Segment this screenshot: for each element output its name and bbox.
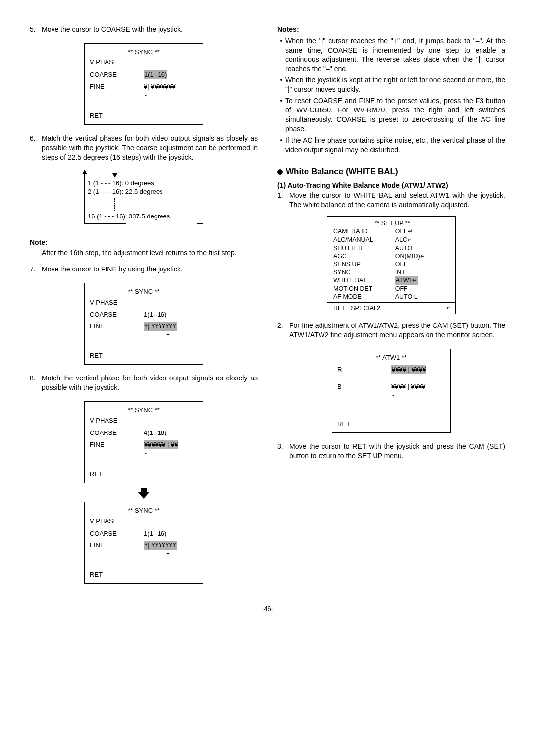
step-number: 7. bbox=[30, 265, 42, 274]
setup-value: OFF bbox=[395, 228, 408, 235]
setup-label: SENS UP bbox=[333, 260, 395, 268]
setup-label: SYNC bbox=[333, 269, 395, 276]
setup-value: INT bbox=[395, 269, 451, 276]
right-column: Notes: •When the "|" cursor reaches the … bbox=[277, 25, 505, 593]
atw1-menu-box: ** ATW1 ** R ¥¥¥¥ | ¥¥¥¥ - + B ¥¥¥¥ | ¥¥… bbox=[332, 349, 451, 433]
page-columns: 5. Move the cursor to COARSE with the jo… bbox=[30, 25, 505, 593]
note-body: After the 16th step, the adjustment leve… bbox=[30, 248, 258, 258]
step-number: 8. bbox=[30, 374, 42, 392]
setup-value: ALC bbox=[395, 236, 407, 243]
setup-label: MOTION DET bbox=[333, 285, 395, 293]
step-text: Match the vertical phases for both video… bbox=[42, 134, 258, 162]
minus-sign: - bbox=[145, 91, 147, 100]
coarse-value: 4(1--16) bbox=[144, 429, 198, 437]
setup-label: WHITE BAL bbox=[333, 276, 395, 285]
plus-sign: + bbox=[414, 391, 418, 400]
atw-b-label: B bbox=[337, 382, 391, 400]
fine-bar-hl: ¥| ¥¥¥¥¥¥¥ bbox=[144, 322, 177, 331]
atw-title: ** ATW1 ** bbox=[337, 353, 445, 362]
fine-label: FINE bbox=[90, 82, 144, 100]
step-text: Move the cursor to RET with the joystick… bbox=[289, 442, 505, 461]
setup-label: CAMERA ID bbox=[333, 227, 395, 236]
wb-step-1: 1. Move the cursor to WHITE BAL and sele… bbox=[277, 191, 505, 210]
setup-ret: RET bbox=[333, 305, 346, 312]
arrow-up-icon bbox=[82, 170, 87, 174]
plus-sign: + bbox=[166, 449, 170, 458]
minus-sign: - bbox=[145, 331, 147, 339]
sync-title: ** SYNC ** bbox=[90, 406, 198, 415]
atw-ret: RET bbox=[337, 420, 350, 429]
step-text: For fine adjustment of ATW1/ATW2, press … bbox=[289, 321, 505, 340]
setup-title: ** SET UP ** bbox=[333, 219, 451, 227]
fine-bar-hl: ¥¥¥¥¥¥ | ¥¥ bbox=[144, 440, 178, 449]
coarse-label: COARSE bbox=[90, 70, 144, 79]
arrow-down-icon bbox=[112, 173, 117, 178]
coarse-value: 1(1--16) bbox=[144, 310, 198, 319]
step-text: Move the cursor to COARSE with the joyst… bbox=[42, 25, 258, 34]
ret-label: RET bbox=[90, 111, 103, 120]
setup-value-hl: ATW1 bbox=[396, 277, 413, 284]
diagram-line-3: 16 (1 - - - 16): 337.5 degrees bbox=[88, 212, 203, 221]
step-number: 2. bbox=[277, 321, 289, 340]
coarse-label: COARSE bbox=[90, 310, 144, 319]
step-6: 6. Match the vertical phases for both vi… bbox=[30, 134, 258, 162]
setup-label: AF MODE bbox=[333, 293, 395, 301]
fine-bar: ¥| ¥¥¥¥¥¥¥ bbox=[144, 83, 176, 90]
section-bullet-icon bbox=[277, 169, 283, 175]
sync-title: ** SYNC ** bbox=[90, 287, 198, 296]
note-item: When the "|" cursor reaches the "+" end,… bbox=[285, 36, 505, 74]
return-icon: ↵ bbox=[412, 277, 417, 284]
sync-title: ** SYNC ** bbox=[90, 48, 198, 56]
left-column: 5. Move the cursor to COARSE with the jo… bbox=[30, 25, 258, 593]
return-icon: ↵ bbox=[408, 228, 413, 235]
sync-menu-box-1: ** SYNC ** V PHASE COARSE 1(1--16) FINE … bbox=[84, 43, 203, 125]
page-number: -46- bbox=[30, 604, 505, 614]
plus-sign: + bbox=[166, 550, 170, 558]
step-5: 5. Move the cursor to COARSE with the jo… bbox=[30, 25, 258, 34]
ret-label: RET bbox=[90, 570, 103, 579]
note-item: When the joystick is kept at the right o… bbox=[285, 75, 505, 94]
fine-bar-hl: ¥| ¥¥¥¥¥¥¥ bbox=[144, 541, 177, 550]
ret-label: RET bbox=[90, 470, 103, 479]
fine-label: FINE bbox=[90, 322, 144, 339]
setup-menu-box: ** SET UP ** CAMERA IDOFF↵ ALC/MANUALALC… bbox=[327, 216, 456, 314]
note-item: To reset COARSE and FINE to the preset v… bbox=[285, 96, 505, 134]
wb-step-3: 3. Move the cursor to RET with the joyst… bbox=[277, 442, 505, 461]
atw-r-label: R bbox=[337, 365, 391, 382]
step-text: Move the cursor to FINE by using the joy… bbox=[42, 265, 258, 274]
vphase-label: V PHASE bbox=[90, 298, 144, 307]
step-text: Match the vertical phase for both video … bbox=[42, 374, 258, 392]
white-balance-section-header: White Balance (WHITE BAL) bbox=[277, 166, 505, 178]
setup-label: ALC/MANUAL bbox=[333, 236, 395, 244]
vphase-label: V PHASE bbox=[90, 517, 144, 526]
note-header: Note: bbox=[30, 238, 258, 247]
minus-sign: - bbox=[145, 550, 147, 558]
step-number: 6. bbox=[30, 134, 42, 162]
sync-menu-box-3: ** SYNC ** V PHASE COARSE 4(1--16) FINE … bbox=[84, 401, 203, 483]
coarse-label: COARSE bbox=[90, 429, 144, 437]
section-title: White Balance (WHITE BAL) bbox=[286, 166, 398, 178]
wb-step-2: 2. For fine adjustment of ATW1/ATW2, pre… bbox=[277, 321, 505, 340]
notes-list: •When the "|" cursor reaches the "+" end… bbox=[277, 36, 505, 155]
setup-value: AUTO bbox=[395, 244, 451, 252]
step-number: 3. bbox=[277, 442, 289, 461]
coarse-value-hl: 1(1--16) bbox=[144, 70, 167, 79]
atw-b-bar: ¥¥¥¥ | ¥¥¥¥ bbox=[391, 383, 425, 390]
step-text: Move the cursor to WHITE BAL and select … bbox=[289, 191, 505, 210]
step-number: 5. bbox=[30, 25, 42, 34]
sync-menu-box-4: ** SYNC ** V PHASE COARSE 1(1--16) FINE … bbox=[84, 502, 203, 584]
plus-sign: + bbox=[414, 374, 418, 382]
fine-label: FINE bbox=[90, 541, 144, 558]
minus-sign: - bbox=[145, 449, 147, 458]
transition-arrow-icon bbox=[138, 492, 150, 499]
return-icon: ↵ bbox=[420, 253, 425, 260]
return-icon: ↵ bbox=[446, 304, 451, 312]
setup-value: OFF bbox=[395, 260, 451, 268]
atw-r-bar: ¥¥¥¥ | ¥¥¥¥ bbox=[391, 365, 426, 374]
setup-label: SHUTTER bbox=[333, 244, 395, 252]
fine-label: FINE bbox=[90, 440, 144, 458]
notes-header: Notes: bbox=[277, 25, 505, 34]
minus-sign: - bbox=[392, 391, 394, 400]
setup-value: AUTO L bbox=[395, 293, 451, 301]
setup-value: ON(MID) bbox=[395, 253, 420, 260]
